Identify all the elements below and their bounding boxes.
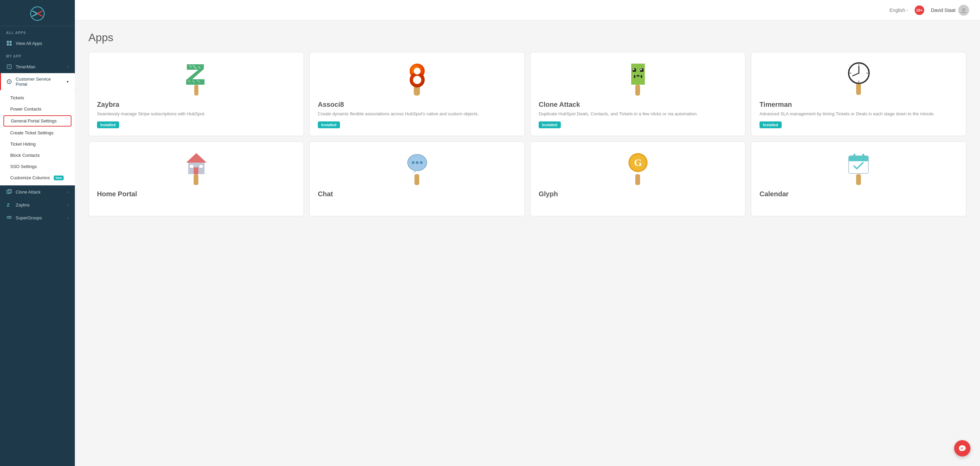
svg-rect-48 — [199, 165, 203, 168]
svg-point-53 — [420, 161, 423, 164]
sidebar-item-supergroups[interactable]: SuperGroups › — [0, 211, 75, 224]
svg-marker-44 — [186, 153, 207, 162]
my-app-section-label: MY APP — [0, 50, 75, 60]
chat-support-button[interactable] — [954, 440, 970, 456]
svg-rect-2 — [10, 41, 11, 43]
zaybra-app-desc: Seamlessly manage Stripe subscriptions w… — [97, 111, 205, 117]
sidebar-dropdown-item-power-contacts[interactable]: Power Contacts — [0, 103, 75, 115]
svg-rect-35 — [856, 83, 861, 95]
svg-rect-33 — [631, 80, 634, 85]
svg-point-52 — [416, 161, 418, 164]
all-apps-section-label: ALL APPS — [0, 26, 75, 37]
sidebar-item-clone-attack[interactable]: Clone Attack › — [0, 185, 75, 198]
app-card-associ8[interactable]: Associ8 Create dynamic flexible associat… — [309, 52, 525, 136]
topbar: English › 10+ David Staat — [75, 0, 980, 21]
svg-point-12 — [9, 216, 11, 218]
svg-rect-43 — [194, 174, 198, 185]
svg-rect-24 — [631, 64, 635, 67]
glyph-app-icon: G — [624, 151, 652, 185]
home-portal-app-icon — [183, 151, 210, 185]
svg-rect-3 — [7, 43, 9, 46]
user-name-label: David Staat — [931, 8, 956, 13]
user-menu[interactable]: David Staat — [931, 5, 969, 16]
dropdown-customize-columns-label: Customize Columns — [10, 175, 50, 180]
sidebar-dropdown-item-general-portal-settings[interactable]: General Portal Settings — [3, 115, 72, 127]
svg-rect-61 — [849, 159, 869, 161]
sidebar-dropdown-item-tickets[interactable]: Tickets — [0, 92, 75, 103]
glyph-app-name: Glyph — [539, 190, 558, 198]
app-card-glyph[interactable]: G Glyph — [530, 142, 746, 216]
sidebar-dropdown-item-customize-columns[interactable]: Customize Columns New — [0, 172, 75, 183]
svg-rect-31 — [637, 75, 640, 76]
svg-rect-47 — [189, 165, 194, 168]
sidebar-item-customer-service-portal[interactable]: Customer Service Portal ▾ — [0, 73, 75, 90]
clone-attack-installed-badge: Installed — [539, 121, 561, 128]
svg-rect-4 — [10, 43, 11, 46]
notifications-button[interactable]: 10+ — [915, 5, 924, 15]
svg-point-20 — [414, 68, 421, 75]
dropdown-create-ticket-settings-label: Create Ticket Settings — [10, 130, 53, 135]
chevron-right-icon: › — [67, 65, 69, 69]
app-card-zaybra[interactable]: Zaybra Seamlessly manage Stripe subscrip… — [89, 52, 304, 136]
sidebar-item-timerman[interactable]: TimerMan › — [0, 60, 75, 73]
zaybra-icon: Z — [6, 202, 12, 208]
chevron-right-icon-3: › — [67, 203, 69, 207]
svg-rect-63 — [862, 154, 864, 159]
sidebar-dropdown-item-sso-settings[interactable]: SSO Settings — [0, 161, 75, 172]
sidebar-supergroups-label: SuperGroups — [16, 215, 42, 220]
home-portal-app-name: Home Portal — [97, 190, 137, 198]
notification-badge: 10+ — [915, 5, 924, 15]
sidebar-dropdown-item-create-ticket-settings[interactable]: Create Ticket Settings — [0, 127, 75, 138]
timerman-installed-badge: Installed — [759, 121, 782, 128]
zaybra-app-icon — [183, 62, 210, 96]
sidebar-dropdown-item-ticket-hiding[interactable]: Ticket Hiding — [0, 138, 75, 150]
timerman-app-name: Timerman — [759, 101, 792, 108]
svg-text:Z: Z — [7, 202, 10, 207]
avatar — [958, 5, 969, 16]
calendar-app-icon — [845, 151, 872, 185]
language-label: English — [889, 8, 905, 13]
app-card-calendar[interactable]: Calendar — [751, 142, 966, 216]
svg-rect-58 — [856, 174, 861, 185]
svg-rect-34 — [642, 80, 645, 85]
sidebar-item-zaybra[interactable]: Z Zaybra › — [0, 198, 75, 211]
app-card-home-portal[interactable]: Home Portal — [89, 142, 304, 216]
associ8-app-name: Associ8 — [318, 101, 344, 108]
app-card-clone-attack[interactable]: Clone Attack Duplicate HubSpot Deals, Co… — [530, 52, 746, 136]
dropdown-ticket-hiding-label: Ticket Hiding — [10, 142, 36, 146]
svg-rect-14 — [194, 85, 198, 95]
sidebar: ALL APPS View All Apps MY APP TimerMan ›… — [0, 0, 75, 466]
page-title: Apps — [89, 31, 966, 44]
svg-rect-46 — [194, 167, 198, 174]
language-chevron-icon: › — [907, 8, 908, 12]
svg-rect-32 — [641, 75, 642, 78]
clone-attack-app-desc: Duplicate HubSpot Deals, Contacts, and T… — [539, 111, 698, 117]
clone-attack-app-icon — [624, 62, 652, 96]
timerman-app-desc: Advanced SLA management by timing Ticket… — [759, 111, 935, 117]
svg-rect-25 — [641, 64, 645, 67]
clone-attack-icon — [6, 189, 12, 195]
sidebar-item-view-all-apps[interactable]: View All Apps — [0, 37, 75, 50]
sidebar-dropdown-item-block-contacts[interactable]: Block Contacts — [0, 150, 75, 161]
timer-icon — [6, 64, 12, 70]
sidebar-view-all-apps-label: View All Apps — [16, 41, 42, 46]
app-card-timerman[interactable]: Timerman Advanced SLA management by timi… — [751, 52, 966, 136]
chevron-down-icon: ▾ — [67, 80, 69, 84]
logo[interactable] — [0, 0, 75, 26]
sidebar-timerman-label: TimerMan — [16, 64, 35, 69]
svg-rect-1 — [7, 41, 9, 43]
associ8-app-desc: Create dynamic flexible associations acr… — [318, 111, 479, 117]
language-selector[interactable]: English › — [889, 8, 908, 13]
associ8-installed-badge: Installed — [318, 121, 340, 128]
svg-point-11 — [7, 216, 9, 218]
sidebar-csp-label: Customer Service Portal — [16, 76, 63, 87]
app-card-chat[interactable]: Chat — [309, 142, 525, 216]
svg-rect-28 — [633, 69, 634, 70]
apps-grid: Zaybra Seamlessly manage Stripe subscrip… — [89, 52, 966, 216]
dropdown-general-portal-settings-label: General Portal Settings — [11, 118, 56, 124]
grid-icon — [6, 40, 12, 46]
svg-point-13 — [962, 8, 965, 11]
chevron-right-icon-2: › — [67, 190, 69, 194]
portal-icon — [6, 79, 12, 85]
supergroups-icon — [6, 215, 12, 221]
